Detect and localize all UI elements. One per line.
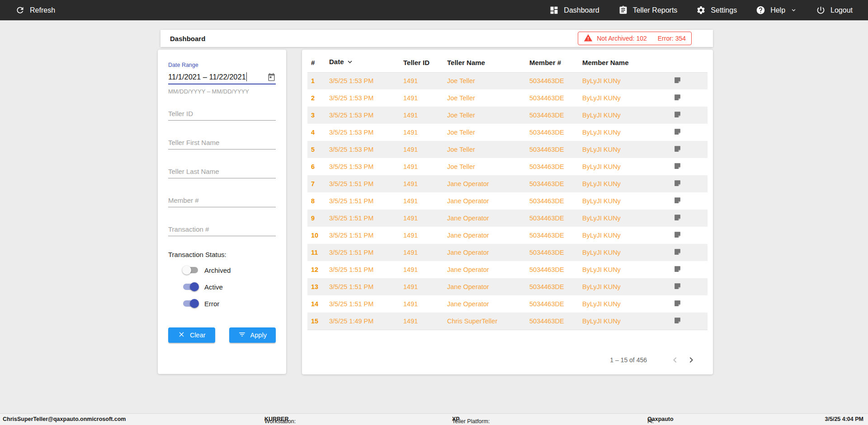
date-range-input[interactable]: 11/1/2021 – 11/22/2021: [168, 70, 276, 84]
cell-note: [670, 210, 708, 227]
next-page-button[interactable]: [683, 352, 699, 368]
cell-member_num: 5034463DE: [526, 295, 579, 313]
note-icon[interactable]: [674, 299, 681, 307]
nav-help[interactable]: Help: [756, 5, 797, 15]
table-row[interactable]: 13/5/25 1:53 PM1491Joe Teller5034463DEBy…: [307, 72, 708, 89]
calendar-icon[interactable]: [267, 73, 276, 81]
active-toggle[interactable]: [183, 282, 198, 291]
cell-member_name: ByLyJI KUNy: [579, 295, 670, 313]
prev-page-button[interactable]: [667, 352, 683, 368]
table-row[interactable]: 93/5/25 1:51 PM1491Jane Operator5034463D…: [307, 210, 708, 227]
cell-teller_id: 1491: [400, 124, 443, 141]
cell-date: 3/5/25 1:51 PM: [326, 278, 400, 295]
help-icon: [756, 5, 765, 15]
toggle-row-error[interactable]: Error: [183, 299, 276, 308]
cell-teller_id: 1491: [400, 89, 443, 107]
note-icon[interactable]: [674, 248, 681, 256]
nav-logout[interactable]: Logout: [816, 5, 853, 15]
toggle-row-archived[interactable]: Archived: [183, 265, 276, 275]
table-row[interactable]: 63/5/25 1:53 PM1491Joe Teller5034463DEBy…: [307, 158, 708, 175]
cell-teller_id: 1491: [400, 278, 443, 295]
cell-teller_id: 1491: [400, 295, 443, 313]
cell-teller_name: Jane Operator: [443, 192, 526, 210]
table-row[interactable]: 23/5/25 1:53 PM1491Joe Teller5034463DEBy…: [307, 89, 708, 107]
toggle-row-active[interactable]: Active: [183, 282, 276, 292]
clear-button[interactable]: Clear: [168, 327, 215, 343]
teller-first-name-input[interactable]: [168, 136, 276, 149]
date-range-value: 11/1/2021 – 11/22/2021: [168, 73, 246, 81]
table-row[interactable]: 103/5/25 1:51 PM1491Jane Operator5034463…: [307, 227, 708, 244]
cell-teller_name: Joe Teller: [443, 141, 526, 158]
note-icon[interactable]: [674, 265, 681, 273]
table-row[interactable]: 83/5/25 1:51 PM1491Jane Operator5034463D…: [307, 192, 708, 210]
col-header-num[interactable]: #: [307, 53, 326, 72]
table-row[interactable]: 43/5/25 1:53 PM1491Joe Teller5034463DEBy…: [307, 124, 708, 141]
table-header-row: # Date Teller ID Teller Name Member # Me…: [307, 53, 708, 72]
cell-date: 3/5/25 1:51 PM: [326, 175, 400, 192]
cell-member_name: ByLyJI KUNy: [579, 89, 670, 107]
col-header-member-num[interactable]: Member #: [526, 53, 579, 72]
col-header-teller-name[interactable]: Teller Name: [443, 53, 526, 72]
note-icon[interactable]: [674, 128, 681, 135]
cell-date: 3/5/25 1:53 PM: [326, 89, 400, 107]
status-bar: ChrisSuperTeller@qaxpauto.onmicrosoft.co…: [0, 413, 868, 425]
col-header-date[interactable]: Date: [326, 53, 400, 72]
transactions-table: # Date Teller ID Teller Name Member # Me…: [307, 53, 708, 330]
table-row[interactable]: 133/5/25 1:51 PM1491Jane Operator5034463…: [307, 278, 708, 295]
note-icon[interactable]: [674, 145, 681, 153]
cell-date: 3/5/25 1:51 PM: [326, 295, 400, 313]
note-icon[interactable]: [674, 76, 681, 84]
member-number-input[interactable]: [168, 194, 276, 207]
cell-member_name: ByLyJI KUNy: [579, 261, 670, 278]
table-row[interactable]: 153/5/25 1:49 PM1491Chris SuperTeller503…: [307, 313, 708, 330]
transaction-number-input[interactable]: [168, 223, 276, 236]
archived-toggle[interactable]: [183, 266, 198, 275]
cell-teller_id: 1491: [400, 227, 443, 244]
col-header-teller-id[interactable]: Teller ID: [400, 53, 443, 72]
nav-settings[interactable]: Settings: [696, 5, 737, 15]
note-icon[interactable]: [674, 214, 681, 221]
note-icon[interactable]: [674, 231, 681, 238]
col-header-actions: [670, 53, 708, 72]
note-icon[interactable]: [674, 196, 681, 204]
transactions-tbody: 13/5/25 1:53 PM1491Joe Teller5034463DEBy…: [307, 72, 708, 330]
table-row[interactable]: 73/5/25 1:51 PM1491Jane Operator5034463D…: [307, 175, 708, 192]
cell-teller_name: Joe Teller: [443, 107, 526, 124]
table-row[interactable]: 33/5/25 1:53 PM1491Joe Teller5034463DEBy…: [307, 107, 708, 124]
refresh-label: Refresh: [30, 6, 55, 14]
table-row[interactable]: 143/5/25 1:51 PM1491Jane Operator5034463…: [307, 295, 708, 313]
cell-date: 3/5/25 1:53 PM: [326, 72, 400, 89]
note-icon[interactable]: [674, 162, 681, 170]
note-icon[interactable]: [674, 111, 681, 118]
table-row[interactable]: 123/5/25 1:51 PM1491Jane Operator5034463…: [307, 261, 708, 278]
clear-button-label: Clear: [190, 332, 206, 339]
apply-button[interactable]: Apply: [229, 327, 276, 343]
note-icon[interactable]: [674, 317, 681, 324]
fi-status: FI: Qaxpauto: [647, 416, 674, 422]
table-row[interactable]: 113/5/25 1:51 PM1491Jane Operator5034463…: [307, 244, 708, 261]
cell-num: 12: [307, 261, 326, 278]
error-toggle[interactable]: [183, 299, 198, 308]
refresh-button[interactable]: Refresh: [15, 5, 55, 15]
cell-member_name: ByLyJI KUNy: [579, 313, 670, 330]
cell-member_num: 5034463DE: [526, 107, 579, 124]
nav-dashboard[interactable]: Dashboard: [549, 5, 599, 15]
nav-teller-reports[interactable]: Teller Reports: [618, 5, 678, 15]
teller-id-input[interactable]: [168, 107, 276, 121]
table-row[interactable]: 53/5/25 1:53 PM1491Joe Teller5034463DEBy…: [307, 141, 708, 158]
teller-last-name-input[interactable]: [168, 165, 276, 178]
cell-date: 3/5/25 1:53 PM: [326, 107, 400, 124]
note-icon[interactable]: [674, 93, 681, 101]
note-icon[interactable]: [674, 282, 681, 290]
teller-platform-status: Teller Platform: XP: [452, 416, 460, 422]
cell-num: 10: [307, 227, 326, 244]
cell-note: [670, 141, 708, 158]
cell-member_name: ByLyJI KUNy: [579, 227, 670, 244]
cell-note: [670, 124, 708, 141]
cell-member_num: 5034463DE: [526, 141, 579, 158]
col-header-member-name[interactable]: Member Name: [579, 53, 670, 72]
cell-note: [670, 244, 708, 261]
cell-num: 8: [307, 192, 326, 210]
note-icon[interactable]: [674, 179, 681, 187]
cell-member_num: 5034463DE: [526, 192, 579, 210]
